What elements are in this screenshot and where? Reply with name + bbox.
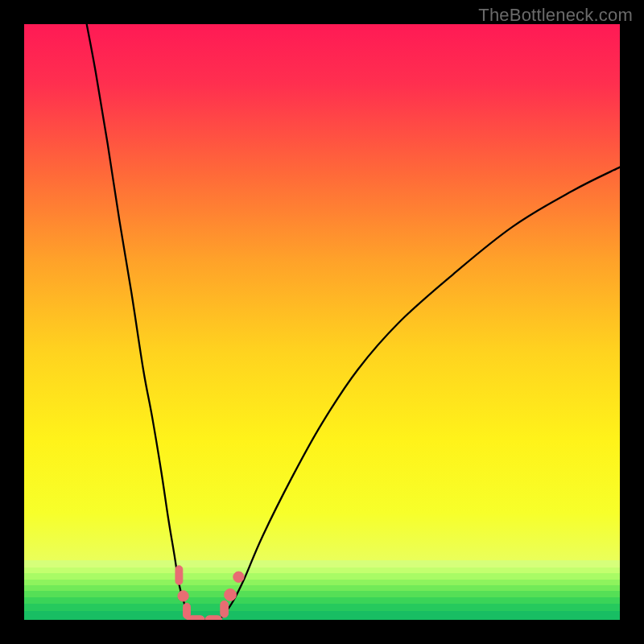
- plot-area: [24, 24, 620, 620]
- valley-marker-6: [225, 589, 237, 601]
- valley-marker-7: [233, 572, 244, 582]
- valley-marker-5: [221, 601, 229, 617]
- valley-marker-3: [187, 616, 204, 620]
- curve-left-curve: [87, 24, 192, 620]
- chart-container: TheBottleneck.com: [0, 0, 644, 644]
- valley-marker-0: [175, 566, 183, 585]
- valley-marker-1: [178, 591, 188, 601]
- watermark-label: TheBottleneck.com: [478, 5, 633, 26]
- curve-right-curve: [220, 167, 620, 620]
- curves-svg: [24, 24, 620, 620]
- valley-marker-4: [205, 616, 222, 620]
